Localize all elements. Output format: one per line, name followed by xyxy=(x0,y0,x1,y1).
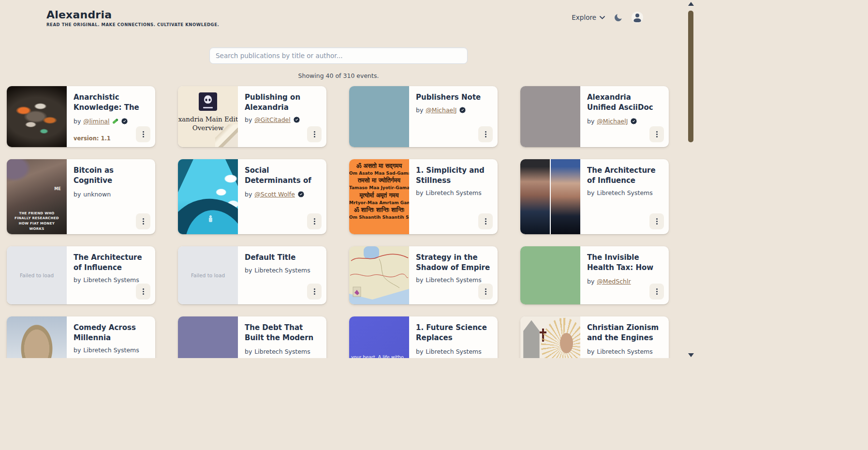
main-viewport: Alexandria READ THE ORIGINAL. MAKE CONNE… xyxy=(0,0,696,358)
card-menu-button[interactable] xyxy=(136,213,150,229)
publication-title[interactable]: Default Title xyxy=(245,253,320,263)
byline: by@Scott Wolfe xyxy=(245,191,320,198)
kebab-menu-icon xyxy=(314,288,315,296)
publication-title[interactable]: The Invisible Health Tax: How Our Mone..… xyxy=(587,253,662,274)
publication-cover-image xyxy=(349,86,409,147)
publication-card[interactable]: ॐ असतो मा सद्गमयOm Asato Maa Sad-Gamayaत… xyxy=(349,159,498,234)
publication-title[interactable]: Publishing on Alexandria xyxy=(245,92,320,112)
search-input[interactable] xyxy=(209,47,468,64)
byline: byLibretech Systems xyxy=(416,189,491,196)
card-menu-button[interactable] xyxy=(649,126,664,142)
publication-card[interactable]: Anarchistic Knowledge: The Art... by@lim… xyxy=(7,86,155,147)
author-link[interactable]: @GitCitadel xyxy=(254,116,290,123)
publication-card[interactable]: Publishers Note by@MichaelJ xyxy=(349,86,498,147)
card-menu-button[interactable] xyxy=(649,284,664,300)
scroll-down-icon[interactable] xyxy=(688,353,694,357)
publication-title[interactable]: 1. Future Science Replaces Geopolitics xyxy=(416,323,491,344)
card-menu-button[interactable] xyxy=(478,126,493,142)
byline: byLibretech Systems xyxy=(74,276,148,284)
author-name: Libretech Systems xyxy=(426,189,481,196)
publication-card[interactable]: Alexandria Unified AsciiDoc Publisher...… xyxy=(520,86,669,147)
card-menu-button[interactable] xyxy=(307,126,322,142)
kebab-menu-icon xyxy=(656,218,658,225)
kebab-menu-icon xyxy=(656,131,658,138)
author-name: Libretech Systems xyxy=(83,346,139,354)
search-bar xyxy=(209,47,468,64)
publication-cover-image: Failed to load xyxy=(7,246,67,304)
kebab-menu-icon xyxy=(143,288,144,296)
author-link[interactable]: @Scott Wolfe xyxy=(254,191,295,198)
byline-prefix: by xyxy=(245,267,252,274)
publication-card[interactable]: The Architecture of Influence byLibretec… xyxy=(520,159,669,234)
mantra-line: Om Shaantih Shaantih Shaantih xyxy=(349,214,409,220)
byline: byLibretech Systems xyxy=(245,348,320,355)
publication-title[interactable]: The Debt That Built the Modern World xyxy=(245,323,320,344)
theme-toggle-moon-icon[interactable] xyxy=(615,14,622,21)
author-link[interactable]: @MichaelJ xyxy=(426,106,456,114)
publication-cover-image xyxy=(520,246,580,304)
kebab-menu-icon xyxy=(656,288,658,296)
card-menu-button[interactable] xyxy=(478,284,493,300)
publication-title[interactable]: Anarchistic Knowledge: The Art... xyxy=(74,92,148,114)
publication-title[interactable]: Christian Zionism and the Engines of... xyxy=(587,323,662,344)
author-name: Libretech Systems xyxy=(597,348,652,355)
publication-title[interactable]: Comedy Across Millennia xyxy=(74,323,148,343)
card-menu-button[interactable] xyxy=(478,213,493,229)
mantra-line: ॐ असतो मा सद्गमय xyxy=(349,162,409,170)
publication-card[interactable]: your heart. A life withoen when the flow… xyxy=(349,316,498,358)
byline-prefix: by xyxy=(245,348,252,355)
failed-to-load-label: Failed to load xyxy=(191,272,225,278)
publication-card[interactable]: Failed to load Default Title byLibretech… xyxy=(178,246,326,304)
byline: byLibretech Systems xyxy=(587,348,662,355)
byline-prefix: by xyxy=(74,346,81,354)
author-link[interactable]: @liminal xyxy=(83,118,109,125)
publication-card[interactable]: Comedy Across Millennia byLibretech Syst… xyxy=(7,316,155,358)
publication-title[interactable]: Bitcoin as Cognitive Technology xyxy=(74,165,148,187)
explore-label: Explore xyxy=(572,14,596,21)
publication-card[interactable]: Alexandria Main EditionOverview Publishi… xyxy=(178,86,326,147)
card-menu-button[interactable] xyxy=(307,213,322,229)
author-link[interactable]: @MedSchlr xyxy=(597,278,631,285)
publication-card[interactable]: Christian Zionism and the Engines of... … xyxy=(520,316,669,358)
scrollbar-thumb[interactable] xyxy=(688,11,693,142)
author-name: Libretech Systems xyxy=(83,276,139,284)
account-avatar-icon[interactable] xyxy=(632,12,643,23)
publication-card[interactable]: The Debt That Built the Modern World byL… xyxy=(178,316,326,358)
byline-prefix: by xyxy=(416,189,423,196)
publication-card[interactable]: Strategy in the Shadow of Empire byLibre… xyxy=(349,246,498,304)
byline: byLibretech Systems xyxy=(416,276,491,284)
publication-card[interactable]: The Invisible Health Tax: How Our Mone..… xyxy=(520,246,669,304)
author-link[interactable]: @MichaelJ xyxy=(597,118,628,125)
publications-grid: Anarchistic Knowledge: The Art... by@lim… xyxy=(7,86,670,358)
publication-cover-image xyxy=(178,316,238,358)
publication-card[interactable]: Failed to load The Architecture of Influ… xyxy=(7,246,155,304)
byline: byLibretech Systems xyxy=(587,189,662,196)
publication-card[interactable]: Social Determinants of Health and the...… xyxy=(178,159,326,234)
kebab-menu-icon xyxy=(143,131,144,138)
publication-title[interactable]: The Architecture of Influence xyxy=(587,165,662,185)
explore-menu[interactable]: Explore xyxy=(572,14,605,21)
page-curl xyxy=(215,124,238,147)
publication-title[interactable]: 1. Simplicity and Stillness xyxy=(416,165,491,185)
publication-title[interactable]: Alexandria Unified AsciiDoc Publisher... xyxy=(587,92,662,114)
verified-badge-icon xyxy=(121,118,128,125)
verified-badge-icon xyxy=(293,116,300,123)
mantra-line: Mrtyor-Maa Amrtam Gamaya xyxy=(349,200,409,206)
kebab-menu-icon xyxy=(485,131,486,138)
byline-prefix: by xyxy=(587,278,594,285)
scroll-up-icon[interactable] xyxy=(688,2,694,6)
quote-text: your heart. A life withoen when the flow… xyxy=(351,354,409,359)
kebab-menu-icon xyxy=(485,218,486,225)
card-menu-button[interactable] xyxy=(136,126,150,142)
author-name: Libretech Systems xyxy=(426,348,481,355)
card-menu-button[interactable] xyxy=(649,213,664,229)
publication-title[interactable]: Publishers Note xyxy=(416,92,491,103)
publication-card[interactable]: METHE FRIEND WHOFINALLY RESEARCHEDHOW FI… xyxy=(7,159,155,234)
publication-title[interactable]: Strategy in the Shadow of Empire xyxy=(416,253,491,272)
publication-title[interactable]: The Architecture of Influence xyxy=(74,253,148,272)
card-menu-button[interactable] xyxy=(136,284,150,300)
kebab-menu-icon xyxy=(485,288,486,296)
publication-title[interactable]: Social Determinants of Health and the... xyxy=(245,165,320,187)
card-menu-button[interactable] xyxy=(307,284,322,300)
kebab-menu-icon xyxy=(143,218,144,225)
